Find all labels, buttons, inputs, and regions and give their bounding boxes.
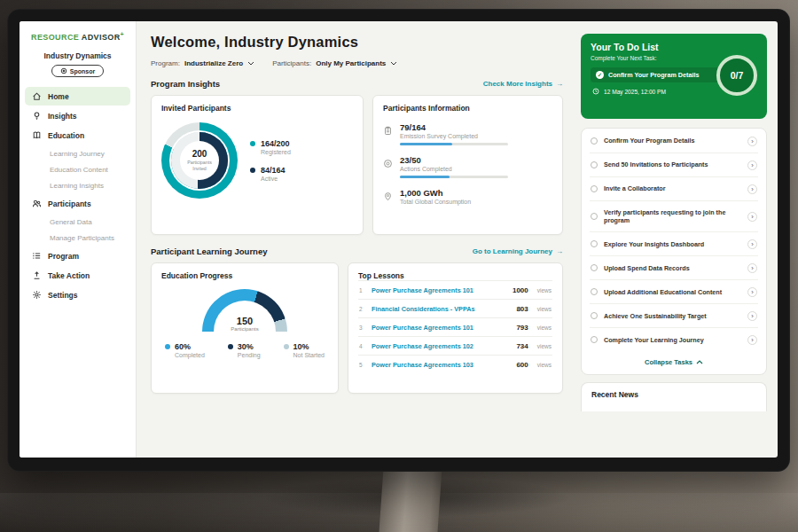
logo-part2: ADVISOR bbox=[82, 33, 121, 42]
lesson-link[interactable]: Power Purchase Agreements 102 bbox=[372, 342, 510, 350]
sidebar-item-label: Participants bbox=[48, 200, 91, 208]
task-checkbox[interactable] bbox=[591, 137, 598, 145]
recent-news-title: Recent News bbox=[591, 390, 756, 399]
app-logo: RESOURCE ADVISOR+ bbox=[20, 31, 136, 42]
lesson-link[interactable]: Power Purchase Agreements 103 bbox=[372, 361, 510, 369]
collapse-tasks-label: Collapse Tasks bbox=[645, 358, 692, 366]
lesson-link[interactable]: Financial Considerations - VPPAs bbox=[372, 305, 510, 313]
lesson-views-suffix: views bbox=[537, 325, 552, 331]
monitor-bezel: RESOURCE ADVISOR+ Industry Dynamics Spon… bbox=[7, 9, 790, 472]
todo-next-task[interactable]: ✓ Confirm Your Program Details bbox=[591, 67, 724, 82]
task-checkbox[interactable] bbox=[591, 240, 598, 247]
sidebar: RESOURCE ADVISOR+ Industry Dynamics Spon… bbox=[20, 21, 137, 458]
task-row[interactable]: Upload Spend Data Records › bbox=[590, 256, 758, 280]
sidebar-item-label: Settings bbox=[48, 291, 78, 300]
collapse-tasks-link[interactable]: Collapse Tasks bbox=[590, 351, 758, 373]
chevron-right-icon[interactable]: › bbox=[747, 160, 757, 170]
task-row[interactable]: Explore Your Insights Dashboard › bbox=[590, 232, 758, 256]
chevron-right-icon[interactable]: › bbox=[747, 311, 757, 321]
task-checkbox[interactable] bbox=[591, 264, 598, 271]
task-row[interactable]: Verify participants requesting to join t… bbox=[590, 201, 758, 232]
navy-dot-icon bbox=[228, 344, 233, 349]
program-insights-header: Program Insights Check More Insights → bbox=[151, 79, 563, 89]
org-name: Industry Dynamics bbox=[20, 51, 136, 60]
sidebar-item-general-data[interactable]: General Data bbox=[25, 214, 130, 230]
legend-label: Completed bbox=[175, 352, 205, 358]
program-dropdown-label: Program: bbox=[151, 59, 180, 67]
chevron-right-icon[interactable]: › bbox=[747, 239, 757, 249]
check-icon: ✓ bbox=[596, 71, 604, 79]
lessons-card-title: Top Lessons bbox=[358, 271, 552, 280]
task-row[interactable]: Complete Your Learning Journey › bbox=[590, 328, 758, 351]
chevron-right-icon[interactable]: › bbox=[747, 137, 757, 146]
top-lessons-card: Top Lessons 1 Power Purchase Agreements … bbox=[348, 262, 563, 394]
monitor-stand bbox=[379, 468, 442, 532]
sidebar-item-home[interactable]: Home bbox=[25, 87, 130, 106]
sidebar-item-learning-insights[interactable]: Learning Insights bbox=[25, 177, 130, 193]
insights-cards-row: Invited Participants 200 Participants In… bbox=[151, 95, 563, 235]
sidebar-item-insights[interactable]: Insights bbox=[25, 106, 130, 125]
chevron-right-icon[interactable]: › bbox=[747, 263, 757, 273]
program-insights-title: Program Insights bbox=[151, 79, 220, 89]
lesson-views-suffix: views bbox=[537, 287, 552, 293]
task-checkbox[interactable] bbox=[591, 161, 598, 168]
task-checkbox[interactable] bbox=[591, 336, 598, 343]
task-checkbox[interactable] bbox=[591, 213, 598, 220]
task-checkbox[interactable] bbox=[591, 288, 598, 295]
participants-dropdown[interactable]: Participants: Only My Participants bbox=[272, 59, 397, 67]
book-icon bbox=[32, 130, 42, 140]
task-row[interactable]: Invite a Collaborator › bbox=[590, 177, 758, 201]
participants-dropdown-value: Only My Participants bbox=[316, 59, 386, 67]
legend-value: 10% bbox=[293, 342, 325, 351]
learning-cards-row: Education Progress 150 Participants bbox=[151, 262, 563, 394]
sidebar-item-settings[interactable]: Settings bbox=[25, 286, 130, 304]
sidebar-item-learning-journey[interactable]: Learning Journey bbox=[25, 145, 130, 161]
go-to-learning-journey-label: Go to Learning Journey bbox=[473, 247, 552, 255]
sidebar-item-manage-participants[interactable]: Manage Participants bbox=[25, 230, 130, 246]
chevron-right-icon[interactable]: › bbox=[747, 287, 757, 297]
sidebar-item-participants[interactable]: Participants bbox=[25, 194, 130, 213]
task-row[interactable]: Achieve One Sustainability Target › bbox=[590, 304, 758, 328]
go-to-learning-journey-link[interactable]: Go to Learning Journey → bbox=[473, 247, 563, 255]
task-row[interactable]: Confirm Your Program Details › bbox=[590, 129, 758, 153]
chevron-right-icon[interactable]: › bbox=[747, 212, 757, 222]
sidebar-item-label: Manage Participants bbox=[50, 234, 114, 242]
todo-due-label: 12 May 2025, 12:00 PM bbox=[604, 89, 666, 95]
photo-background: RESOURCE ADVISOR+ Industry Dynamics Spon… bbox=[0, 0, 798, 532]
task-label: Verify participants requesting to join t… bbox=[604, 208, 741, 225]
legend-item-pending: 30% Pending bbox=[228, 342, 261, 358]
gauge-center-label: Participants bbox=[202, 326, 287, 332]
task-checkbox[interactable] bbox=[591, 185, 598, 192]
chevron-right-icon[interactable]: › bbox=[747, 335, 757, 345]
invited-center-label: Participants Invited bbox=[180, 160, 219, 171]
sidebar-item-education[interactable]: Education bbox=[25, 126, 130, 145]
target-icon bbox=[383, 156, 393, 166]
legend-label: Not Started bbox=[293, 352, 325, 358]
lesson-views-suffix: views bbox=[537, 306, 552, 312]
lesson-link[interactable]: Power Purchase Agreements 101 bbox=[372, 324, 510, 332]
check-more-insights-label: Check More Insights bbox=[483, 80, 552, 88]
program-dropdown[interactable]: Program: Industrialize Zero bbox=[151, 59, 254, 67]
sidebar-item-take-action[interactable]: Take Action bbox=[25, 266, 130, 285]
stat-label: Actions Completed bbox=[400, 166, 508, 172]
right-panel: Your To Do List Complete Your Next Task:… bbox=[574, 21, 778, 458]
sidebar-item-label: Program bbox=[48, 252, 79, 261]
sidebar-item-program[interactable]: Program bbox=[25, 246, 130, 265]
sidebar-item-education-content[interactable]: Education Content bbox=[25, 161, 130, 177]
sidebar-item-label: Take Action bbox=[48, 271, 90, 280]
teal-dot-icon bbox=[250, 141, 255, 146]
lesson-views-suffix: views bbox=[537, 343, 552, 349]
stat-emission-survey: 79/164 Emission Survey Completed bbox=[383, 122, 552, 145]
check-more-insights-link[interactable]: Check More Insights → bbox=[483, 80, 563, 88]
chevron-right-icon[interactable]: › bbox=[747, 184, 757, 194]
pin-icon bbox=[383, 189, 393, 199]
legend-value: 60% bbox=[175, 342, 205, 351]
lesson-views: 793 bbox=[516, 324, 528, 332]
invited-center-value: 200 bbox=[192, 149, 207, 159]
task-row[interactable]: Send 50 Invitations to Participants › bbox=[590, 153, 758, 177]
chevron-down-icon bbox=[247, 61, 254, 66]
task-checkbox[interactable] bbox=[591, 312, 598, 319]
task-row[interactable]: Upload Additional Educational Content › bbox=[590, 280, 758, 304]
lesson-link[interactable]: Power Purchase Agreements 101 bbox=[372, 286, 506, 294]
sponsor-badge-label: Sponsor bbox=[70, 68, 95, 74]
